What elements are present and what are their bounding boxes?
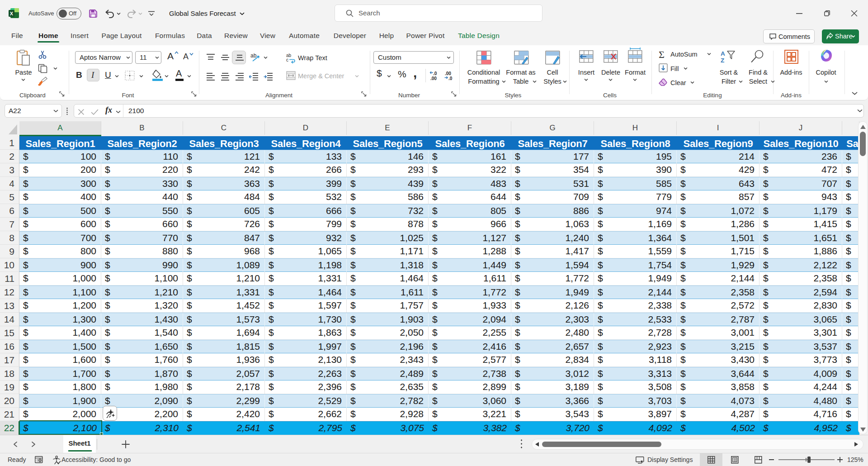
svg-text:.0: .0 [448,76,453,81]
svg-text:.00: .00 [430,76,437,81]
svg-text:.00: .00 [445,71,451,76]
svg-text:A: A [721,50,725,57]
svg-text:.0: .0 [433,71,437,76]
svg-text:Z: Z [721,57,724,63]
svg-text:X: X [10,11,14,16]
svg-text:c: c [286,57,288,62]
svg-text:ab: ab [250,52,257,59]
